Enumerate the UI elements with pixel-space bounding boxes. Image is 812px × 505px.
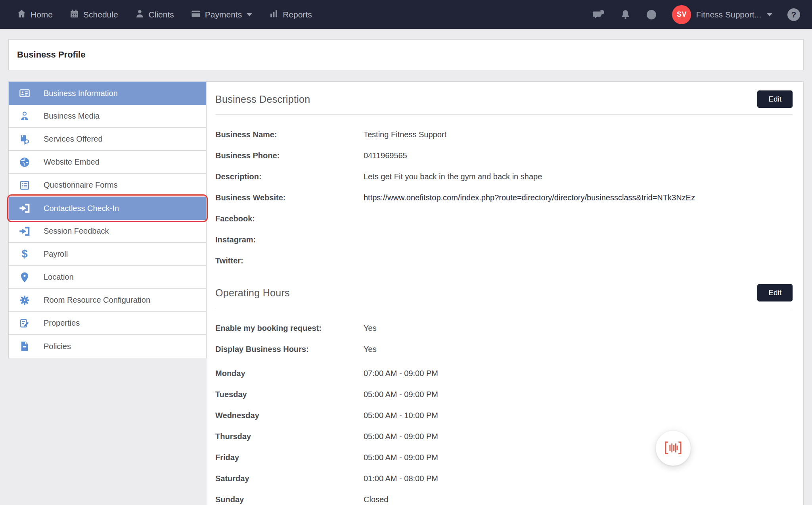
document-icon	[19, 341, 31, 352]
sidebar-item-business-media[interactable]: Business Media	[9, 105, 206, 128]
sidebar-item-services-offered[interactable]: Services Offered	[9, 128, 206, 151]
sidebar-item-policies[interactable]: Policies	[9, 335, 206, 358]
edit-operating-hours-button[interactable]: Edit	[757, 284, 793, 301]
nav-item-schedule[interactable]: Schedule	[69, 9, 118, 21]
field-label: Instagram:	[215, 235, 364, 244]
sign-in-icon	[19, 203, 31, 214]
nav-right-cluster: SV Fitness Support... ?	[592, 5, 800, 24]
help-icon[interactable]: ?	[787, 8, 800, 21]
spacer	[215, 360, 793, 363]
field-instagram: Instagram:	[215, 229, 793, 250]
hours-row-monday: Monday 07:00 AM - 09:00 PM	[215, 363, 793, 384]
field-business-website: Business Website: https://www.onefitstop…	[215, 187, 793, 208]
sidebar-item-location[interactable]: Location	[9, 266, 206, 289]
bar-chart-icon	[269, 9, 279, 21]
day-hours: Closed	[364, 495, 388, 504]
divider	[215, 308, 793, 308]
section-title: Business Description	[215, 94, 310, 105]
sidebar-item-room-resource-configuration[interactable]: Room Resource Configuration	[9, 289, 206, 312]
sidebar-item-label: Website Embed	[44, 157, 100, 167]
nav-item-label: Home	[31, 10, 53, 19]
sign-in-icon	[19, 226, 31, 237]
sidebar-item-label: Questionnaire Forms	[44, 180, 118, 190]
globe-icon	[19, 157, 31, 168]
day-label: Sunday	[215, 495, 364, 504]
chevron-down-icon	[247, 13, 252, 16]
nav-item-reports[interactable]: Reports	[269, 9, 312, 21]
divider	[215, 114, 793, 115]
day-hours: 05:00 AM - 09:00 PM	[364, 432, 438, 441]
business-profile-sidebar: Business Information Business Media Serv…	[8, 81, 207, 358]
field-facebook: Facebook:	[215, 208, 793, 229]
day-label: Monday	[215, 369, 364, 378]
sidebar-item-website-embed[interactable]: Website Embed	[9, 151, 206, 174]
field-value: Yes	[364, 324, 377, 333]
field-label: Business Website:	[215, 193, 364, 202]
sidebar-item-contactless-check-in[interactable]: Contactless Check-In	[9, 197, 206, 220]
day-hours: 05:00 AM - 09:00 PM	[364, 453, 438, 462]
id-card-icon	[19, 88, 31, 99]
sidebar-item-questionnaire-forms[interactable]: Questionnaire Forms	[9, 174, 206, 197]
bell-icon[interactable]	[620, 9, 631, 20]
nav-item-payments[interactable]: Payments	[191, 9, 252, 21]
day-label: Thursday	[215, 432, 364, 441]
chat-icon[interactable]	[592, 9, 605, 20]
nav-item-label: Payments	[205, 10, 242, 19]
nav-item-label: Reports	[283, 10, 312, 19]
edit-document-icon	[19, 318, 31, 329]
day-label: Saturday	[215, 474, 364, 483]
hours-row-saturday: Saturday 01:00 AM - 08:00 PM	[215, 468, 793, 489]
sidebar-item-session-feedback[interactable]: Session Feedback	[9, 220, 206, 243]
sidebar-item-properties[interactable]: Properties	[9, 312, 206, 335]
nav-item-clients[interactable]: Clients	[135, 9, 174, 21]
day-hours: 07:00 AM - 09:00 PM	[364, 369, 438, 378]
map-marker-icon	[19, 272, 31, 283]
field-display-business-hours: Display Business Hours: Yes	[215, 339, 793, 360]
field-label: Facebook:	[215, 214, 364, 223]
day-label: Wednesday	[215, 411, 364, 420]
book-chat-icon	[19, 134, 31, 145]
field-business-name: Business Name: Testing Fitness Support	[215, 124, 793, 145]
section-title: Operating Hours	[215, 287, 290, 299]
contactless-scan-fab[interactable]	[656, 431, 691, 466]
sidebar-item-label: Properties	[44, 319, 80, 328]
field-label: Business Phone:	[215, 151, 364, 160]
nav-item-label: Clients	[149, 10, 174, 19]
nav-item-home[interactable]: Home	[17, 9, 53, 21]
hours-row-friday: Friday 05:00 AM - 09:00 PM	[215, 447, 793, 468]
clients-icon	[135, 9, 145, 21]
credit-card-icon	[191, 9, 201, 21]
day-label: Tuesday	[215, 390, 364, 399]
clock-icon[interactable]	[646, 9, 657, 20]
page-title-card: Business Profile	[8, 39, 804, 70]
field-value: 0411969565	[364, 151, 407, 160]
gear-icon	[19, 295, 31, 306]
business-description-header: Business Description Edit	[215, 88, 793, 110]
day-hours: 05:00 AM - 09:00 PM	[364, 390, 438, 399]
field-enable-booking-request: Enable my booking request: Yes	[215, 318, 793, 339]
field-value: Testing Fitness Support	[364, 130, 446, 139]
sidebar-item-payroll[interactable]: $ Payroll	[9, 243, 206, 266]
avatar: SV	[672, 5, 691, 24]
field-twitter: Twitter:	[215, 250, 793, 271]
sidebar-item-label: Policies	[44, 342, 71, 351]
day-hours: 01:00 AM - 08:00 PM	[364, 474, 438, 483]
sidebar-item-business-information[interactable]: Business Information	[9, 82, 206, 105]
hours-row-sunday: Sunday Closed	[215, 489, 793, 505]
calendar-icon	[69, 9, 79, 21]
sidebar-item-label: Business Media	[44, 111, 100, 121]
field-value: Yes	[364, 345, 377, 354]
field-label: Business Name:	[215, 130, 364, 139]
edit-business-description-button[interactable]: Edit	[757, 90, 793, 108]
sidebar-item-label: Room Resource Configuration	[44, 296, 150, 305]
field-value: Lets get Fit you back in the gym and bac…	[364, 172, 542, 181]
field-label: Enable my booking request:	[215, 324, 364, 333]
field-label: Description:	[215, 172, 364, 181]
day-label: Friday	[215, 453, 364, 462]
user-icon	[19, 111, 31, 122]
business-website-link[interactable]: https://www.onefitstop.com/index.php?rou…	[364, 193, 695, 202]
day-hours: 05:00 AM - 10:00 PM	[364, 411, 438, 420]
sidebar-item-label: Business Information	[44, 89, 118, 98]
account-menu[interactable]: SV Fitness Support...	[672, 5, 772, 24]
dollar-icon: $	[19, 249, 31, 259]
